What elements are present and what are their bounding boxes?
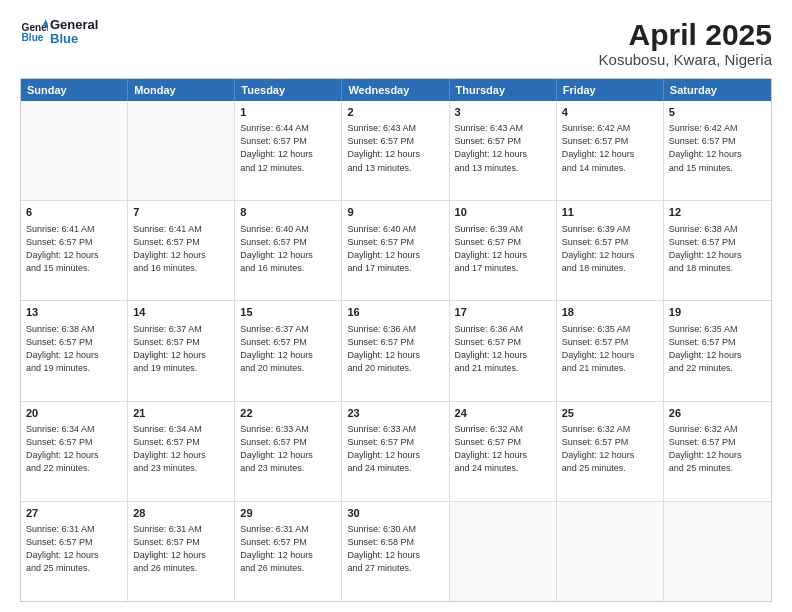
generalblue-logo-icon: General Blue bbox=[20, 18, 48, 46]
day-number: 30 bbox=[347, 506, 443, 521]
day-number: 12 bbox=[669, 205, 766, 220]
day-info: Sunrise: 6:34 AMSunset: 6:57 PMDaylight:… bbox=[133, 423, 229, 475]
day-number: 17 bbox=[455, 305, 551, 320]
logo-general: General bbox=[50, 18, 98, 32]
day-info: Sunrise: 6:40 AMSunset: 6:57 PMDaylight:… bbox=[347, 223, 443, 275]
calendar-week-3: 13Sunrise: 6:38 AMSunset: 6:57 PMDayligh… bbox=[21, 300, 771, 400]
day-number: 19 bbox=[669, 305, 766, 320]
calendar-day-17: 17Sunrise: 6:36 AMSunset: 6:57 PMDayligh… bbox=[450, 301, 557, 400]
day-info: Sunrise: 6:30 AMSunset: 6:58 PMDaylight:… bbox=[347, 523, 443, 575]
header-day-sunday: Sunday bbox=[21, 79, 128, 101]
day-info: Sunrise: 6:38 AMSunset: 6:57 PMDaylight:… bbox=[26, 323, 122, 375]
day-number: 1 bbox=[240, 105, 336, 120]
calendar-day-27: 27Sunrise: 6:31 AMSunset: 6:57 PMDayligh… bbox=[21, 502, 128, 601]
calendar-body: 1Sunrise: 6:44 AMSunset: 6:57 PMDaylight… bbox=[21, 101, 771, 601]
calendar-day-14: 14Sunrise: 6:37 AMSunset: 6:57 PMDayligh… bbox=[128, 301, 235, 400]
day-number: 26 bbox=[669, 406, 766, 421]
calendar-title: April 2025 bbox=[599, 18, 772, 51]
day-number: 4 bbox=[562, 105, 658, 120]
day-info: Sunrise: 6:37 AMSunset: 6:57 PMDaylight:… bbox=[240, 323, 336, 375]
day-number: 15 bbox=[240, 305, 336, 320]
calendar-empty-cell bbox=[557, 502, 664, 601]
calendar-day-12: 12Sunrise: 6:38 AMSunset: 6:57 PMDayligh… bbox=[664, 201, 771, 300]
calendar-day-26: 26Sunrise: 6:32 AMSunset: 6:57 PMDayligh… bbox=[664, 402, 771, 501]
calendar-day-6: 6Sunrise: 6:41 AMSunset: 6:57 PMDaylight… bbox=[21, 201, 128, 300]
calendar-day-20: 20Sunrise: 6:34 AMSunset: 6:57 PMDayligh… bbox=[21, 402, 128, 501]
calendar-day-19: 19Sunrise: 6:35 AMSunset: 6:57 PMDayligh… bbox=[664, 301, 771, 400]
day-info: Sunrise: 6:39 AMSunset: 6:57 PMDaylight:… bbox=[455, 223, 551, 275]
header-day-monday: Monday bbox=[128, 79, 235, 101]
calendar-day-25: 25Sunrise: 6:32 AMSunset: 6:57 PMDayligh… bbox=[557, 402, 664, 501]
day-number: 11 bbox=[562, 205, 658, 220]
day-number: 2 bbox=[347, 105, 443, 120]
calendar-week-5: 27Sunrise: 6:31 AMSunset: 6:57 PMDayligh… bbox=[21, 501, 771, 601]
title-block: April 2025 Kosubosu, Kwara, Nigeria bbox=[599, 18, 772, 68]
day-info: Sunrise: 6:38 AMSunset: 6:57 PMDaylight:… bbox=[669, 223, 766, 275]
calendar-day-13: 13Sunrise: 6:38 AMSunset: 6:57 PMDayligh… bbox=[21, 301, 128, 400]
day-number: 14 bbox=[133, 305, 229, 320]
day-number: 18 bbox=[562, 305, 658, 320]
day-number: 10 bbox=[455, 205, 551, 220]
header-day-thursday: Thursday bbox=[450, 79, 557, 101]
calendar-day-18: 18Sunrise: 6:35 AMSunset: 6:57 PMDayligh… bbox=[557, 301, 664, 400]
day-info: Sunrise: 6:33 AMSunset: 6:57 PMDaylight:… bbox=[240, 423, 336, 475]
day-info: Sunrise: 6:34 AMSunset: 6:57 PMDaylight:… bbox=[26, 423, 122, 475]
day-number: 25 bbox=[562, 406, 658, 421]
logo: General Blue General Blue bbox=[20, 18, 98, 47]
calendar-day-15: 15Sunrise: 6:37 AMSunset: 6:57 PMDayligh… bbox=[235, 301, 342, 400]
day-info: Sunrise: 6:44 AMSunset: 6:57 PMDaylight:… bbox=[240, 122, 336, 174]
header: General Blue General Blue April 2025 Kos… bbox=[20, 18, 772, 68]
calendar-day-21: 21Sunrise: 6:34 AMSunset: 6:57 PMDayligh… bbox=[128, 402, 235, 501]
calendar-week-1: 1Sunrise: 6:44 AMSunset: 6:57 PMDaylight… bbox=[21, 101, 771, 200]
calendar-day-16: 16Sunrise: 6:36 AMSunset: 6:57 PMDayligh… bbox=[342, 301, 449, 400]
calendar-day-8: 8Sunrise: 6:40 AMSunset: 6:57 PMDaylight… bbox=[235, 201, 342, 300]
calendar-day-29: 29Sunrise: 6:31 AMSunset: 6:57 PMDayligh… bbox=[235, 502, 342, 601]
svg-text:Blue: Blue bbox=[22, 33, 44, 44]
day-number: 28 bbox=[133, 506, 229, 521]
day-info: Sunrise: 6:31 AMSunset: 6:57 PMDaylight:… bbox=[240, 523, 336, 575]
day-info: Sunrise: 6:32 AMSunset: 6:57 PMDaylight:… bbox=[562, 423, 658, 475]
day-info: Sunrise: 6:41 AMSunset: 6:57 PMDaylight:… bbox=[26, 223, 122, 275]
day-info: Sunrise: 6:31 AMSunset: 6:57 PMDaylight:… bbox=[133, 523, 229, 575]
calendar-subtitle: Kosubosu, Kwara, Nigeria bbox=[599, 51, 772, 68]
day-number: 20 bbox=[26, 406, 122, 421]
day-info: Sunrise: 6:40 AMSunset: 6:57 PMDaylight:… bbox=[240, 223, 336, 275]
day-info: Sunrise: 6:33 AMSunset: 6:57 PMDaylight:… bbox=[347, 423, 443, 475]
calendar: SundayMondayTuesdayWednesdayThursdayFrid… bbox=[20, 78, 772, 602]
day-info: Sunrise: 6:32 AMSunset: 6:57 PMDaylight:… bbox=[669, 423, 766, 475]
day-info: Sunrise: 6:41 AMSunset: 6:57 PMDaylight:… bbox=[133, 223, 229, 275]
calendar-empty-cell bbox=[128, 101, 235, 200]
day-number: 27 bbox=[26, 506, 122, 521]
calendar-day-24: 24Sunrise: 6:32 AMSunset: 6:57 PMDayligh… bbox=[450, 402, 557, 501]
day-info: Sunrise: 6:35 AMSunset: 6:57 PMDaylight:… bbox=[562, 323, 658, 375]
day-info: Sunrise: 6:43 AMSunset: 6:57 PMDaylight:… bbox=[347, 122, 443, 174]
day-info: Sunrise: 6:36 AMSunset: 6:57 PMDaylight:… bbox=[347, 323, 443, 375]
header-day-saturday: Saturday bbox=[664, 79, 771, 101]
day-info: Sunrise: 6:37 AMSunset: 6:57 PMDaylight:… bbox=[133, 323, 229, 375]
day-info: Sunrise: 6:39 AMSunset: 6:57 PMDaylight:… bbox=[562, 223, 658, 275]
day-number: 13 bbox=[26, 305, 122, 320]
calendar-day-30: 30Sunrise: 6:30 AMSunset: 6:58 PMDayligh… bbox=[342, 502, 449, 601]
day-info: Sunrise: 6:42 AMSunset: 6:57 PMDaylight:… bbox=[669, 122, 766, 174]
day-info: Sunrise: 6:42 AMSunset: 6:57 PMDaylight:… bbox=[562, 122, 658, 174]
calendar-day-7: 7Sunrise: 6:41 AMSunset: 6:57 PMDaylight… bbox=[128, 201, 235, 300]
day-number: 21 bbox=[133, 406, 229, 421]
day-info: Sunrise: 6:32 AMSunset: 6:57 PMDaylight:… bbox=[455, 423, 551, 475]
header-day-friday: Friday bbox=[557, 79, 664, 101]
day-number: 24 bbox=[455, 406, 551, 421]
calendar-day-9: 9Sunrise: 6:40 AMSunset: 6:57 PMDaylight… bbox=[342, 201, 449, 300]
calendar-week-4: 20Sunrise: 6:34 AMSunset: 6:57 PMDayligh… bbox=[21, 401, 771, 501]
calendar-empty-cell bbox=[21, 101, 128, 200]
day-number: 5 bbox=[669, 105, 766, 120]
logo-blue: Blue bbox=[50, 32, 98, 46]
calendar-day-28: 28Sunrise: 6:31 AMSunset: 6:57 PMDayligh… bbox=[128, 502, 235, 601]
calendar-day-11: 11Sunrise: 6:39 AMSunset: 6:57 PMDayligh… bbox=[557, 201, 664, 300]
calendar-header: SundayMondayTuesdayWednesdayThursdayFrid… bbox=[21, 79, 771, 101]
calendar-day-22: 22Sunrise: 6:33 AMSunset: 6:57 PMDayligh… bbox=[235, 402, 342, 501]
day-number: 9 bbox=[347, 205, 443, 220]
day-number: 8 bbox=[240, 205, 336, 220]
calendar-empty-cell bbox=[450, 502, 557, 601]
day-info: Sunrise: 6:35 AMSunset: 6:57 PMDaylight:… bbox=[669, 323, 766, 375]
day-info: Sunrise: 6:31 AMSunset: 6:57 PMDaylight:… bbox=[26, 523, 122, 575]
day-number: 3 bbox=[455, 105, 551, 120]
